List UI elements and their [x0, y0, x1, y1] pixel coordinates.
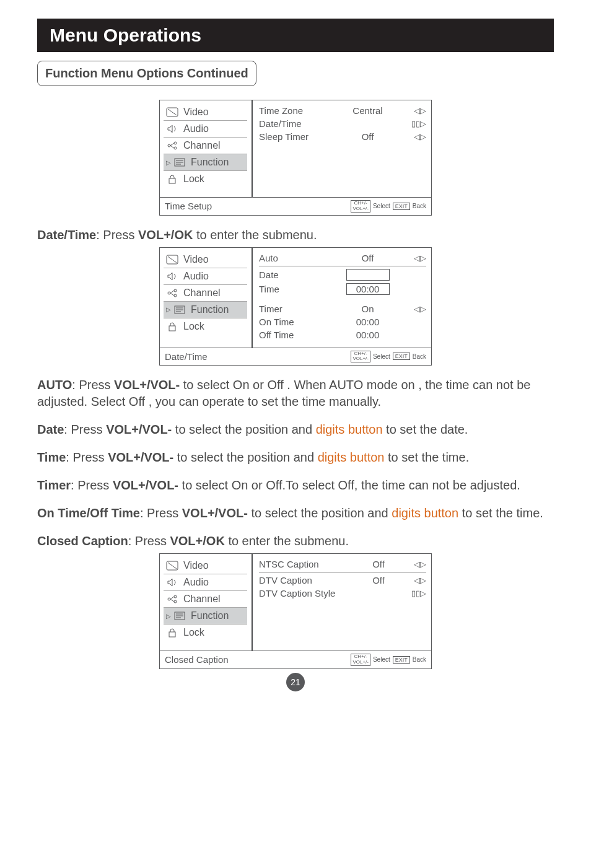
- sidebar-item-label: Function: [191, 304, 229, 315]
- svg-rect-17: [169, 632, 175, 637]
- row-label: Auto: [259, 253, 330, 263]
- osd-sidebar: Video Audio Channel ▷ Function: [160, 554, 253, 651]
- exit-key-icon: EXIT: [393, 203, 410, 210]
- row-date[interactable]: Date: [259, 268, 426, 282]
- para-timer: Timer: Press VOL+/VOL- to select On or O…: [37, 477, 554, 494]
- divider: [259, 266, 426, 266]
- row-value: Off: [337, 253, 399, 263]
- row-auto[interactable]: Auto Off ◁▷: [259, 252, 426, 265]
- para-closed-caption: Closed Caption: Press VOL+/OK to enter t…: [37, 533, 554, 550]
- row-value: Central: [337, 105, 399, 116]
- legend-select: Select: [373, 656, 390, 663]
- audio-icon: [166, 123, 178, 134]
- row-date-time[interactable]: Date/Time ▯▯▷: [259, 117, 426, 130]
- channel-icon: [166, 287, 178, 299]
- row-time-zone[interactable]: Time Zone Central ◁▷: [259, 104, 426, 117]
- footer-legend: CH+/-VOL+/- Select EXIT Back: [351, 351, 426, 363]
- ch-vol-key-icon: CH+/-VOL+/-: [351, 200, 370, 213]
- row-dtv-caption-style[interactable]: DTV Caption Style ▯▯▷: [259, 587, 426, 600]
- row-label: On Time: [259, 317, 330, 327]
- sidebar-item-video[interactable]: Video: [164, 252, 247, 268]
- sidebar-item-video[interactable]: Video: [164, 558, 247, 574]
- row-label: Date: [259, 270, 330, 280]
- ch-vol-key-icon: CH+/-VOL+/-: [351, 654, 370, 666]
- row-value: Off: [360, 575, 397, 585]
- sidebar-item-channel[interactable]: Channel: [164, 591, 247, 608]
- row-value: [337, 269, 399, 281]
- svg-point-15: [174, 600, 177, 603]
- legend-back: Back: [413, 203, 426, 209]
- sidebar-item-lock[interactable]: Lock: [164, 171, 247, 187]
- sidebar-item-function[interactable]: ▷ Function: [164, 154, 247, 171]
- para-date: Date: Press VOL+/VOL- to select the posi…: [37, 421, 554, 438]
- sidebar-item-function[interactable]: ▷ Function: [164, 302, 247, 318]
- sidebar-item-label: Function: [191, 157, 229, 168]
- osd-footer: Closed Caption CH+/-VOL+/- Select EXIT B…: [160, 651, 431, 669]
- row-timer[interactable]: Timer On ◁▷: [259, 302, 426, 315]
- sidebar-item-label: Channel: [183, 594, 221, 605]
- audio-icon: [166, 271, 178, 282]
- osd-content: NTSC Caption Off ◁▷ DTV Caption Off ◁▷ D…: [253, 554, 431, 651]
- row-value: On: [337, 304, 399, 314]
- svg-point-2: [174, 142, 177, 144]
- osd-content: Time Zone Central ◁▷ Date/Time ▯▯▷ Sleep…: [253, 100, 431, 197]
- selection-indicator-icon: ▷: [166, 306, 171, 313]
- function-icon: [173, 304, 186, 315]
- row-on-time[interactable]: On Time 00:00: [259, 315, 426, 328]
- sidebar-item-label: Lock: [183, 321, 204, 332]
- row-label: Time: [259, 284, 330, 294]
- page-title-banner: Menu Operations: [37, 19, 554, 52]
- left-right-arrows-icon: ◁▷: [405, 559, 426, 569]
- svg-point-7: [168, 292, 170, 294]
- osd-menu-time-setup: Video Audio Channel: [159, 100, 432, 216]
- row-label: NTSC Caption: [259, 559, 352, 569]
- row-value: 00:00: [337, 317, 399, 327]
- footer-title: Closed Caption: [165, 654, 229, 665]
- left-right-arrows-icon: ◁▷: [405, 576, 426, 585]
- legend-select: Select: [373, 203, 390, 209]
- para-auto: AUTO: Press VOL+/VOL- to select On or Of…: [37, 377, 554, 410]
- svg-point-9: [174, 294, 177, 297]
- row-sleep-timer[interactable]: Sleep Timer Off ◁▷: [259, 130, 426, 143]
- sidebar-item-audio[interactable]: Audio: [164, 574, 247, 591]
- section-subtitle: Function Menu Options Continued: [37, 61, 256, 86]
- row-off-time[interactable]: Off Time 00:00: [259, 328, 426, 341]
- left-right-arrows-icon: ◁▷: [405, 253, 426, 263]
- function-icon: [173, 157, 186, 168]
- sidebar-item-channel[interactable]: Channel: [164, 285, 247, 302]
- sidebar-item-lock[interactable]: Lock: [164, 625, 247, 641]
- row-label: DTV Caption Style: [259, 588, 352, 598]
- function-icon: [173, 610, 186, 621]
- exit-key-icon: EXIT: [393, 353, 410, 360]
- sidebar-item-lock[interactable]: Lock: [164, 318, 247, 335]
- video-icon: [166, 254, 178, 265]
- legend-back: Back: [413, 353, 426, 360]
- audio-icon: [166, 577, 178, 588]
- lock-icon: [166, 321, 178, 332]
- row-label: Sleep Timer: [259, 131, 330, 142]
- osd-sidebar: Video Audio Channel ▷ Function: [160, 248, 253, 348]
- sidebar-item-label: Lock: [183, 627, 204, 638]
- lock-icon: [166, 173, 178, 185]
- row-time[interactable]: Time 00:00: [259, 282, 426, 296]
- svg-rect-11: [169, 326, 175, 331]
- sidebar-item-audio[interactable]: Audio: [164, 268, 247, 285]
- channel-icon: [166, 594, 178, 605]
- sidebar-item-audio[interactable]: Audio: [164, 121, 247, 138]
- sidebar-item-label: Function: [191, 610, 229, 621]
- sidebar-item-label: Audio: [183, 577, 209, 588]
- sidebar-item-video[interactable]: Video: [164, 104, 247, 121]
- row-dtv-caption[interactable]: DTV Caption Off ◁▷: [259, 574, 426, 587]
- row-ntsc-caption[interactable]: NTSC Caption Off ◁▷: [259, 558, 426, 571]
- row-label: Off Time: [259, 330, 330, 340]
- sidebar-item-function[interactable]: ▷ Function: [164, 608, 247, 625]
- row-value: Off: [337, 131, 399, 142]
- sidebar-item-channel[interactable]: Channel: [164, 138, 247, 154]
- sidebar-item-label: Lock: [183, 173, 204, 185]
- svg-point-3: [174, 147, 177, 149]
- sidebar-item-label: Audio: [183, 123, 209, 134]
- svg-point-14: [174, 595, 177, 598]
- svg-point-8: [174, 289, 177, 292]
- lock-icon: [166, 627, 178, 638]
- sidebar-item-label: Audio: [183, 271, 209, 282]
